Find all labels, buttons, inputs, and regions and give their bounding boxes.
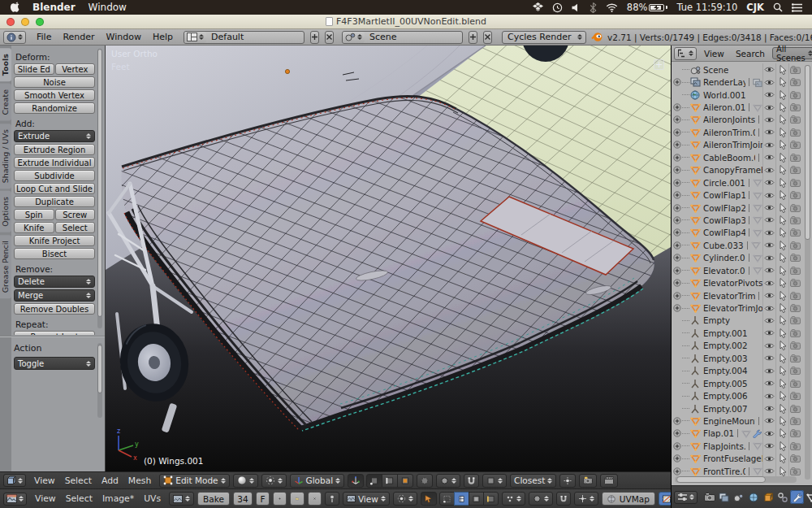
visibility-toggle[interactable]: [762, 340, 775, 352]
scene-selector[interactable]: Scene: [342, 31, 463, 44]
menubar-window-menu[interactable]: Window: [89, 2, 127, 13]
renderability-toggle[interactable]: [788, 76, 801, 88]
tool-button-extruderegion[interactable]: Extrude Region: [14, 144, 95, 155]
visibility-toggle[interactable]: [762, 276, 775, 289]
info-menu-help[interactable]: Help: [147, 32, 179, 42]
outliner-item-cowlflap4083[interactable]: CowlFlap4.083: [672, 227, 801, 239]
visibility-toggle[interactable]: [762, 239, 775, 251]
outliner-item-cowlflap3076[interactable]: CowlFlap3.076: [672, 214, 801, 226]
selectability-toggle[interactable]: [775, 264, 788, 276]
uv-snap-toggle[interactable]: [556, 492, 571, 506]
info-menu-file[interactable]: File: [31, 32, 57, 42]
menubar-clock[interactable]: Tue 11:59:10: [676, 2, 737, 13]
uv-snap-element-dropdown[interactable]: [574, 492, 598, 506]
tool-button-extrudeindividual[interactable]: Extrude Individual: [14, 157, 95, 168]
selectability-toggle[interactable]: [775, 389, 788, 402]
outliner-item-name[interactable]: Elevator.022: [703, 266, 745, 276]
selectability-toggle[interactable]: [775, 252, 788, 264]
outliner-item-elevatorpivots042[interactable]: ElevatorPivots.042: [672, 276, 801, 289]
selectability-toggle[interactable]: [775, 151, 788, 163]
expand-icon[interactable]: [673, 166, 682, 174]
selectability-toggle[interactable]: [775, 76, 788, 88]
selectability-toggle[interactable]: [775, 101, 788, 113]
visibility-toggle[interactable]: [762, 139, 775, 151]
render-opengl-anim-button[interactable]: [600, 474, 618, 488]
uv-sync-selection-toggle[interactable]: [421, 492, 437, 506]
tool-button-noise[interactable]: Noise: [14, 76, 95, 88]
renderability-toggle[interactable]: [788, 315, 801, 327]
renderability-toggle[interactable]: [788, 202, 801, 214]
outliner-item-name[interactable]: Scene: [703, 65, 728, 75]
outliner-item-name[interactable]: EngineMount.000: [703, 416, 755, 426]
face-select-mode-button[interactable]: [397, 474, 413, 488]
renderability-toggle[interactable]: [788, 101, 801, 113]
outliner-item-name[interactable]: Empty.003: [703, 354, 748, 363]
tool-shelf-tab-tools[interactable]: Tools: [0, 48, 11, 81]
expand-icon[interactable]: [673, 267, 682, 275]
expand-icon[interactable]: [673, 279, 682, 287]
outliner-item-cowlflap1077[interactable]: CowlFlap1.077: [672, 189, 801, 201]
outliner-item-name[interactable]: CowlFlap4.083: [703, 228, 745, 237]
outliner-item-empty005[interactable]: Empty.005: [672, 377, 801, 389]
render-engine-selector[interactable]: Cycles Render: [502, 31, 586, 44]
renderability-toggle[interactable]: [788, 164, 801, 176]
edge-select-mode-button[interactable]: [382, 474, 398, 488]
uv-menu-view[interactable]: View: [30, 493, 61, 504]
visibility-toggle[interactable]: [762, 327, 775, 339]
outliner-view-menu[interactable]: View: [700, 49, 728, 59]
wifi-icon[interactable]: [606, 3, 618, 12]
expand-icon[interactable]: [673, 304, 682, 312]
visibility-toggle[interactable]: [762, 126, 775, 138]
tool-button-merge[interactable]: Merge: [14, 289, 95, 302]
notification-center-icon[interactable]: [792, 3, 802, 12]
sticky-selection-dropdown[interactable]: [502, 492, 525, 506]
visibility-toggle[interactable]: [762, 428, 775, 440]
image-users-count-button[interactable]: 34: [233, 492, 253, 506]
properties-tab-data[interactable]: [805, 490, 812, 504]
visibility-toggle[interactable]: [762, 76, 775, 88]
image-editor-type-button[interactable]: [3, 493, 27, 506]
info-editor-type-button[interactable]: [3, 31, 26, 44]
renderability-toggle[interactable]: [788, 402, 801, 415]
visibility-toggle[interactable]: [762, 352, 775, 364]
visibility-toggle[interactable]: [762, 227, 775, 239]
outliner-item-elevator022[interactable]: Elevator.022: [672, 264, 801, 276]
renderability-toggle[interactable]: [788, 352, 801, 364]
menubar-app-name[interactable]: Blender: [32, 2, 76, 13]
visibility-toggle[interactable]: [762, 415, 775, 427]
outliner-item-name[interactable]: AileronTrimJoint.034: [703, 140, 762, 150]
battery-status[interactable]: 88%: [627, 2, 668, 13]
tool-button-knifeproject[interactable]: Knife Project: [14, 235, 95, 246]
tool-button-bisect[interactable]: Bisect: [14, 248, 95, 259]
properties-tab-render[interactable]: [702, 490, 716, 504]
outliner-item-empty001[interactable]: Empty.001: [672, 327, 801, 339]
visibility-toggle[interactable]: [762, 214, 775, 226]
outliner-item-name[interactable]: CowlFlap3.076: [703, 215, 745, 225]
selectability-toggle[interactable]: [775, 214, 788, 226]
uv-menu-uvs[interactable]: UVs: [139, 493, 166, 504]
info-menu-window[interactable]: Window: [101, 32, 147, 42]
renderability-toggle[interactable]: [788, 340, 801, 352]
outliner-item-name[interactable]: RenderLayers: [703, 77, 745, 87]
add-scene-button[interactable]: [469, 31, 477, 44]
tool-shelf-tab-shadinguvs[interactable]: Shading / UVs: [0, 124, 11, 189]
mode-dropdown[interactable]: Edit Mode: [159, 474, 229, 488]
manipulator-toggle[interactable]: [348, 474, 364, 488]
3dview-editor-type-button[interactable]: [3, 474, 26, 487]
outliner-item-name[interactable]: CowlFlap2.078: [703, 203, 745, 213]
outliner-display-mode-dropdown[interactable]: All Scenes: [772, 47, 812, 59]
tool-button-screw[interactable]: Screw: [55, 209, 96, 220]
outliner-vertical-scrollbar[interactable]: [805, 65, 810, 480]
uv-menu-select[interactable]: Select: [61, 493, 97, 504]
uv-vertex-select-button[interactable]: [439, 492, 455, 506]
outliner-item-name[interactable]: CowlFlap1.077: [703, 190, 745, 200]
expand-icon[interactable]: [673, 292, 682, 300]
tool-shelf-tab-options[interactable]: Options: [0, 191, 11, 232]
outliner-item-ailerontrimjoint034[interactable]: AileronTrimJoint.034: [672, 139, 801, 151]
outliner-item-name[interactable]: Flap.014: [703, 428, 734, 438]
3dview-menu-select[interactable]: Select: [60, 475, 97, 486]
outliner-item-empty004[interactable]: Empty.004: [672, 365, 801, 377]
expand-icon[interactable]: [673, 128, 682, 137]
selectability-toggle[interactable]: [775, 89, 788, 101]
tool-button-delete[interactable]: Delete: [14, 276, 95, 288]
